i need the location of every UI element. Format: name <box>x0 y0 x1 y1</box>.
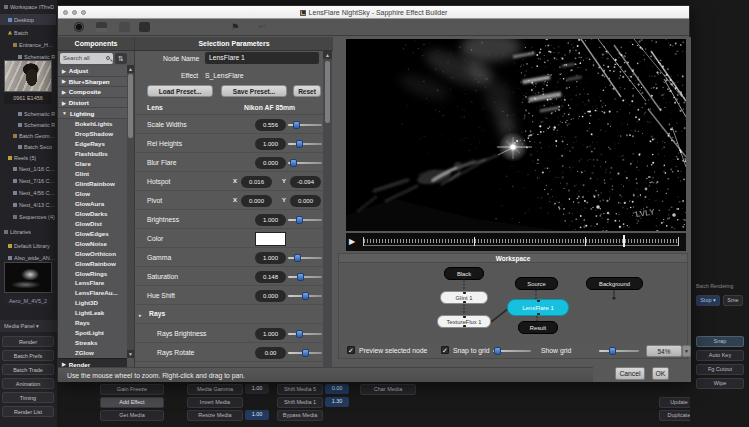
lens-row[interactable]: Lens Nikon AF 85mm <box>135 101 323 115</box>
bottom-value[interactable]: 1.00 <box>245 410 269 420</box>
grid-size-slider[interactable] <box>493 349 531 353</box>
tree-item-glare[interactable]: Glare <box>58 159 127 169</box>
slider-handle[interactable] <box>296 216 303 224</box>
param-value[interactable]: 1.000 <box>255 138 286 150</box>
tree-item-dropshadow[interactable]: DropShadow <box>58 129 127 139</box>
project-thumbnail-clip[interactable] <box>4 262 52 293</box>
tree-category-distort[interactable]: ▶Distort <box>58 98 127 109</box>
tree-category-adjust[interactable]: ▶Adjust <box>58 66 127 77</box>
slider-handle[interactable] <box>296 330 303 338</box>
param-value[interactable]: 0.00 <box>255 347 286 359</box>
preview-selected-checkbox[interactable]: ✓ <box>347 346 355 354</box>
node-background[interactable]: Background <box>586 277 643 290</box>
tree-item-lensflareau[interactable]: LensFlareAu... <box>58 288 127 298</box>
tree-item-spotlight[interactable]: SpotLight <box>58 328 127 338</box>
tree-item-glowaura[interactable]: GlowAura <box>58 198 127 208</box>
parameters-scrollbar[interactable]: ▲ ▼ <box>323 51 332 382</box>
save-icon[interactable] <box>139 22 150 32</box>
reset-button[interactable]: Reset <box>293 85 321 97</box>
param-slider[interactable] <box>288 218 322 222</box>
node-glint1[interactable]: Glint 1 <box>440 291 488 304</box>
section-arrow-icon[interactable]: ▸ <box>139 312 142 318</box>
tree-item-glow[interactable]: Glow <box>58 189 127 199</box>
param-slider[interactable] <box>288 256 322 260</box>
project-tree-item[interactable]: Sequences (4) <box>0 211 56 222</box>
param-value[interactable]: 1.000 <box>255 214 286 226</box>
left-button-animation[interactable]: Animation <box>2 378 54 389</box>
timeline[interactable]: ▶ <box>346 233 686 251</box>
project-thumbnail-portrait[interactable] <box>4 60 52 92</box>
tree-category-lighting[interactable]: ▼Lighting <box>58 108 127 119</box>
dialog-titlebar[interactable]: LensFlare NightSky - Sapphire Effect Bui… <box>58 6 689 19</box>
slider-handle[interactable] <box>293 121 300 129</box>
left-button-batch-trade[interactable]: Batch Trade <box>2 364 54 375</box>
bottom-button[interactable]: Get Media <box>100 410 164 421</box>
param-x-value[interactable]: 0.000 <box>241 195 272 207</box>
record-icon[interactable] <box>74 22 84 32</box>
param-slider[interactable] <box>288 161 322 165</box>
right-dropdown[interactable]: Sme <box>723 295 743 306</box>
param-value[interactable]: 0.000 <box>255 157 286 169</box>
slider-handle[interactable] <box>494 347 501 355</box>
project-tree-item[interactable]: Libraries <box>0 226 56 237</box>
tree-item-streaks[interactable]: Streaks <box>58 338 127 348</box>
param-slider[interactable] <box>288 142 322 146</box>
right-button-wipe[interactable]: Wipe <box>696 378 744 389</box>
tree-item-glintrainbow[interactable]: GlintRainbow <box>58 179 127 189</box>
play-icon[interactable]: ▶ <box>349 237 355 247</box>
right-button-auto-key[interactable]: Auto Key <box>696 350 744 361</box>
param-y-value[interactable]: 0.000 <box>290 195 321 207</box>
project-tree-item[interactable]: Default Library <box>0 240 56 251</box>
param-value[interactable]: 0.148 <box>255 271 286 283</box>
tree-item-lensflare[interactable]: LensFlare <box>58 278 127 288</box>
param-value[interactable]: 0.556 <box>255 119 286 131</box>
node-source[interactable]: Source <box>515 277 558 290</box>
bottom-button[interactable]: Add Effect <box>100 397 164 408</box>
layers-icon[interactable] <box>119 22 130 32</box>
node-black[interactable]: Black <box>444 267 484 280</box>
tree-item-gloworthicon[interactable]: GlowOrthicon <box>58 248 127 258</box>
right-button-snap[interactable]: Snap <box>696 336 744 347</box>
param-y-value[interactable]: -0.094 <box>290 176 321 188</box>
save-preset-button[interactable]: Save Preset... <box>221 85 287 97</box>
components-scroll-thumb[interactable] <box>128 74 133 138</box>
tree-item-bokehlights[interactable]: BokehLights <box>58 119 127 129</box>
tree-category-composite[interactable]: ▶Composite <box>58 87 127 98</box>
bottom-button[interactable]: Bypass Media <box>277 410 323 421</box>
node-graph[interactable]: BlackGlint 1TextureFlux 1SourceBackgroun… <box>341 264 685 342</box>
tree-item-glownoise[interactable]: GlowNoise <box>58 238 127 248</box>
image-icon[interactable] <box>96 22 107 32</box>
node-name-input[interactable]: LensFlare 1 <box>205 52 319 64</box>
project-tree-item[interactable]: Next_4/56 Clip1 <box>0 187 56 198</box>
bottom-value[interactable]: 0.00 <box>325 384 349 394</box>
bottom-button[interactable]: Gain Freeze <box>100 384 164 395</box>
project-tree-item[interactable]: Next_1/16 Clip1 <box>0 163 56 174</box>
cancel-button[interactable]: Cancel <box>615 367 645 380</box>
tree-item-glowdist[interactable]: GlowDist <box>58 218 127 228</box>
project-tree-item[interactable]: Next_4/13 Clip1 <box>0 199 56 210</box>
zoom-dropdown-icon[interactable]: ▼ <box>682 345 691 357</box>
left-button-render-list[interactable]: Render List <box>2 406 54 417</box>
node-result[interactable]: Result <box>518 321 558 334</box>
color-swatch[interactable] <box>255 232 286 246</box>
project-tree-item[interactable]: Reels (5) <box>0 152 56 163</box>
tree-item-glowdarks[interactable]: GlowDarks <box>58 208 127 218</box>
tree-item-edgerays[interactable]: EdgeRays <box>58 139 127 149</box>
tree-item-flashbulbs[interactable]: Flashbulbs <box>58 149 127 159</box>
slider-handle[interactable] <box>609 347 616 355</box>
snap-to-grid-checkbox[interactable]: ✓ <box>441 346 449 354</box>
bottom-value[interactable]: 1.00 <box>245 384 269 394</box>
bottom-button[interactable]: Resize Media <box>187 410 243 421</box>
search-input[interactable]: Search all <box>60 53 113 64</box>
node-textureflux1[interactable]: TextureFlux 1 <box>437 315 491 328</box>
bottom-button[interactable]: Shift Media 1 <box>277 397 323 408</box>
tree-category-blur+sharpen[interactable]: ▶Blur+Sharpen <box>58 77 127 88</box>
bottom-button[interactable]: Shift Media 5 <box>277 384 323 395</box>
scroll-down-icon[interactable]: ▼ <box>127 350 134 358</box>
tree-item-glowrainbow[interactable]: GlowRainbow <box>58 258 127 268</box>
tree-item-rays[interactable]: Rays <box>58 318 127 328</box>
zoom-value[interactable]: 54% <box>646 345 682 357</box>
param-value[interactable]: 1.000 <box>255 328 286 340</box>
slider-handle[interactable] <box>290 159 297 167</box>
tree-item-glint[interactable]: Glint <box>58 169 127 179</box>
